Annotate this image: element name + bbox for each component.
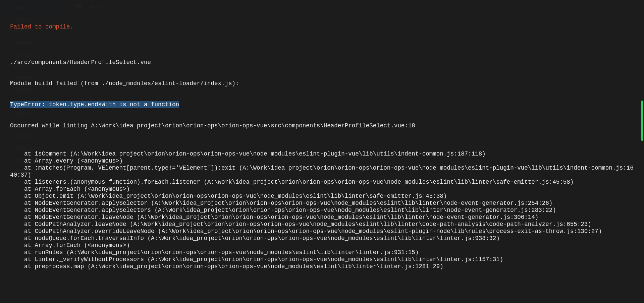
stack-line: at CodePathAnalyzer.leaveNode (A:\Work\i…: [10, 221, 634, 228]
error-occurred-line: Occurred while linting A:\Work\idea_proj…: [10, 122, 634, 129]
stack-line: at Array.forEach (<anonymous>): [10, 242, 634, 249]
stack-line: at preprocess.map (A:\Work\idea_project\…: [10, 263, 634, 270]
stack-line: at NodeEventGenerator.leaveNode (A:\Work…: [10, 214, 634, 221]
error-header: Failed to compile.: [10, 23, 634, 31]
scrollbar-indicator[interactable]: [641, 101, 643, 141]
stack-line: at Object.emit (A:\Work\idea_project\ori…: [10, 193, 634, 200]
stack-line: at :matches(Program, VElement[parent.typ…: [10, 165, 634, 179]
stack-line: at CodePathAnalyzer.overrideLeaveNode (A…: [10, 228, 634, 235]
stack-line: at isComment (A:\Work\idea_project\orion…: [10, 150, 634, 158]
error-file: ./src/components/HeaderProfileSelect.vue: [10, 59, 634, 66]
stack-line: at Array.forEach (<anonymous>): [10, 186, 634, 193]
stack-line: at runRules (A:\Work\idea_project\orion\…: [10, 249, 634, 256]
stack-line: at NodeEventGenerator.applySelector (A:\…: [10, 200, 634, 207]
stack-line: at NodeEventGenerator.applySelectors (A:…: [10, 207, 634, 214]
stack-line: at nodeQueue.forEach.traversalInfo (A:\W…: [10, 235, 634, 242]
stack-line: at Linter._verifyWithoutProcessors (A:\W…: [10, 256, 634, 263]
error-type-line: TypeError: token.type.endsWith is not a …: [10, 101, 634, 108]
error-highlighted: TypeError: token.type.endsWith is not a …: [10, 101, 179, 108]
error-stack: at isComment (A:\Work\idea_project\orion…: [10, 150, 634, 270]
error-module-line: Module build failed (from ./node_modules…: [10, 80, 634, 87]
compile-error-overlay: Failed to compile. ./src/components/Head…: [0, 0, 644, 303]
stack-line: at Array.every (<anonymous>): [10, 158, 634, 165]
stack-line: at listeners.(anonymous function).forEac…: [10, 179, 634, 186]
